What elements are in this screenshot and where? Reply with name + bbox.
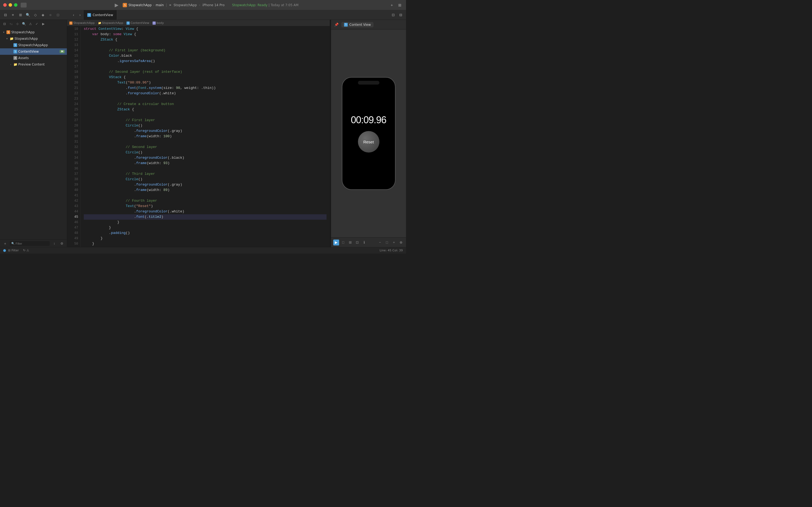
- line-num-13: 13: [69, 43, 78, 48]
- chevron-down-icon: ▾: [5, 37, 9, 40]
- code-line-46: }: [84, 220, 327, 225]
- preview-static-btn[interactable]: □: [340, 239, 346, 245]
- reset-button[interactable]: Reset: [358, 131, 380, 153]
- sidebar-item-folder[interactable]: ▾ 📁 StopwatchApp: [0, 36, 67, 42]
- split-vertical-btn[interactable]: ⊡: [390, 12, 396, 18]
- preview-title-tab[interactable]: S Content View: [341, 22, 373, 27]
- breadcrumb-item-2[interactable]: 📁 StopwatchApp: [98, 21, 123, 25]
- debug-btn[interactable]: ▶: [40, 21, 46, 27]
- sidebar-toggle-btn[interactable]: [21, 3, 26, 7]
- line-numbers: 10 11 12 13 14 15 16 17 18 19 20 21 22 2…: [67, 26, 80, 247]
- bc-folder-icon: 📁: [98, 21, 101, 25]
- add-file-btn[interactable]: +: [2, 241, 8, 246]
- code-editor[interactable]: 10 11 12 13 14 15 16 17 18 19 20 21 22 2…: [67, 26, 330, 247]
- filter-input[interactable]: [15, 242, 48, 245]
- preview-bottom-right: − □ + ⊕: [377, 239, 404, 245]
- add-tab-btn[interactable]: +: [389, 3, 395, 7]
- code-line-39: .foregroundColor(.gray): [84, 182, 327, 187]
- code-lines[interactable]: struct ContentView: View { var body: som…: [80, 26, 330, 247]
- preview-zoom-out-btn[interactable]: −: [377, 239, 383, 245]
- preview-device-btn[interactable]: ⊡: [354, 239, 360, 245]
- code-line-45: .font(.title2): [84, 214, 327, 220]
- app-subtitle: main: [156, 3, 164, 7]
- issue-btn[interactable]: ⚠: [27, 21, 33, 27]
- symbol-btn[interactable]: ⊹: [14, 21, 20, 27]
- folder-icon: 📁: [10, 37, 13, 41]
- sort-btn[interactable]: ↕: [51, 241, 57, 246]
- line-num-46: 46: [69, 220, 78, 225]
- status-icons: ↻ ⚠: [23, 249, 29, 252]
- swift-icon: S: [13, 43, 17, 47]
- breakpoint-btn[interactable]: ◇: [32, 12, 39, 18]
- line-num-24: 24: [69, 102, 78, 107]
- line-num-33: 33: [69, 150, 78, 155]
- content-view-tab[interactable]: S ContentView: [83, 10, 117, 20]
- swift-icon-cv: S: [13, 50, 17, 53]
- preview-info-btn[interactable]: ℹ: [361, 239, 367, 245]
- snap-btn[interactable]: ○: [47, 12, 54, 18]
- maximize-button[interactable]: [14, 3, 17, 7]
- layout-btn[interactable]: ⊞: [397, 3, 403, 7]
- test-btn[interactable]: ✓: [34, 21, 40, 27]
- sidebar-item-label-folder: StopwatchApp: [14, 37, 38, 41]
- code-line-10: struct ContentView: View {: [84, 26, 327, 32]
- pin-button[interactable]: 📌: [334, 22, 339, 27]
- search-sidebar-btn[interactable]: 🔍: [21, 21, 27, 27]
- nav-fwd-btn[interactable]: ›: [77, 12, 83, 18]
- reset-label: Reset: [363, 139, 374, 144]
- app-title: S StopwatchApp › main: [123, 3, 164, 7]
- preview-zoom-btn[interactable]: ⊕: [398, 239, 404, 245]
- preview-live-btn[interactable]: ▶: [333, 239, 339, 245]
- toolbar-btn3[interactable]: ⊞: [17, 12, 23, 18]
- code-line-34: .foregroundColor(.black): [84, 155, 327, 161]
- code-line-42: // Fourth layer: [84, 198, 327, 204]
- breadcrumb-item-1[interactable]: S StopwatchApp: [69, 21, 95, 25]
- app-name: StopwatchApp: [128, 3, 152, 7]
- traffic-lights: [3, 3, 17, 7]
- sidebar-item-preview-content[interactable]: › 📁 Preview Content: [0, 61, 67, 68]
- sidebar-item-root[interactable]: ▾ S StopwatchApp: [0, 29, 67, 36]
- minimize-button[interactable]: [9, 3, 12, 7]
- code-line-31: [84, 139, 327, 145]
- run-icon[interactable]: ▶: [115, 2, 118, 8]
- folder-icon-btn[interactable]: ⊟: [2, 21, 7, 27]
- swift-file-icon: S: [87, 13, 91, 17]
- settings-btn[interactable]: ⚙: [59, 241, 65, 246]
- line-num-44: 44: [69, 209, 78, 214]
- layout2-btn[interactable]: ⊟: [397, 12, 404, 18]
- bc-label-4: body: [157, 21, 164, 25]
- line-num-21: 21: [69, 86, 78, 91]
- sidebar-item-label-appfile: StopwatchAppApp: [18, 43, 48, 47]
- search-btn[interactable]: 🔍: [25, 12, 31, 18]
- preview-zoom-in-btn[interactable]: +: [391, 239, 397, 245]
- sidebar-hide-btn[interactable]: ⊟: [2, 12, 9, 18]
- iphone-screen: 00:09.96 Reset: [342, 77, 395, 189]
- source-control-btn[interactable]: ↑↓: [8, 21, 14, 27]
- close-button[interactable]: [3, 3, 7, 7]
- line-num-34: 34: [69, 155, 78, 161]
- line-num-14: 14: [69, 48, 78, 53]
- sidebar-item-label-root: StopwatchApp: [11, 30, 35, 34]
- sidebar-item-contentview[interactable]: S ContentView M: [0, 48, 67, 55]
- sidebar-item-appfile[interactable]: S StopwatchAppApp: [0, 42, 67, 48]
- nav-back-btn[interactable]: ‹: [70, 12, 77, 18]
- sidebar-item-assets[interactable]: A Assets: [0, 55, 67, 61]
- line-num-29: 29: [69, 128, 78, 134]
- line-num-20: 20: [69, 80, 78, 86]
- code-line-41: [84, 193, 327, 198]
- code-line-30: .frame(width: 100): [84, 134, 327, 139]
- breadcrumb-item-4[interactable]: f body: [153, 21, 164, 25]
- preview-bottom-toolbar: ▶ □ ⊞ ⊡ ℹ − □ + ⊕: [331, 237, 406, 247]
- rect-btn[interactable]: □: [55, 12, 61, 18]
- title-bar-center: ▶ S StopwatchApp › main | ≡ StopwatchApp…: [29, 2, 385, 8]
- inspector-btn[interactable]: ≡: [10, 12, 16, 18]
- breadcrumb-item-3[interactable]: S ContentView: [126, 21, 149, 25]
- preview-grid-btn[interactable]: ⊞: [347, 239, 353, 245]
- code-line-47: }: [84, 225, 327, 230]
- sidebar-item-label-assets: Assets: [18, 56, 29, 60]
- preview-fit-btn[interactable]: □: [384, 239, 390, 245]
- bookmark-btn[interactable]: ◈: [40, 12, 46, 18]
- code-line-48: .padding(): [84, 230, 327, 236]
- main-layout: ⊟ ↑↓ ⊹ 🔍 ⚠ ✓ ▶ ▾ S StopwatchApp ▾ 📁 Stop…: [0, 20, 406, 247]
- line-num-48: 48: [69, 230, 78, 236]
